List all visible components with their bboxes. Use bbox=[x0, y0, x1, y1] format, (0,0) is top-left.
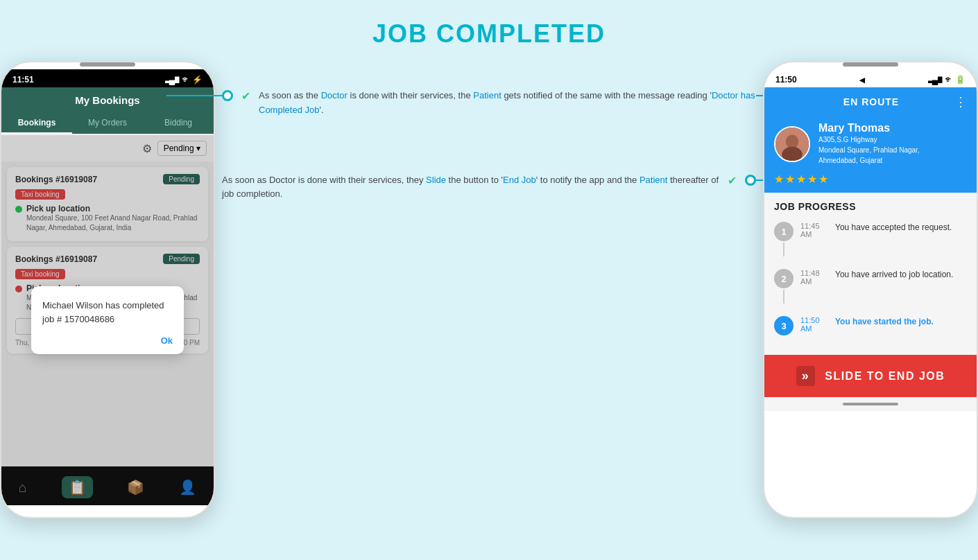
enroute-user-row: Mary Thomas A305,S.G Highway Mondeal Squ… bbox=[764, 116, 977, 168]
highlight-end-job: End Job bbox=[503, 175, 536, 185]
right-status-icons: ▂▄▆ ᯤ 🔋 bbox=[928, 75, 966, 85]
highlight-patient-2: Patient bbox=[640, 175, 667, 185]
step-1-desc: You have accepted the request. bbox=[835, 222, 952, 234]
main-content: 11:51 ▂▄▆ ᯤ ⚡ My Bookings Bookings My Or… bbox=[0, 61, 978, 518]
left-status-bar: 11:51 ▂▄▆ ᯤ ⚡ bbox=[1, 69, 214, 87]
slide-label: SLIDE TO END JOB bbox=[825, 370, 945, 383]
annotations: ✔ As soon as the Doctor is done with the… bbox=[215, 89, 763, 202]
star-5: ★ bbox=[818, 173, 828, 186]
annotation-top-check-icon: ✔ bbox=[241, 89, 250, 103]
highlight-patient-1: Patient bbox=[473, 90, 501, 100]
enroute-user-name: Mary Thomas bbox=[818, 122, 920, 134]
left-tabs: Bookings My Orders Bidding bbox=[1, 112, 214, 135]
annotation-top-text: As soon as the Doctor is done with their… bbox=[259, 89, 756, 118]
svg-point-2 bbox=[782, 146, 803, 161]
step-col-1: 1 bbox=[774, 222, 793, 258]
step-2-suffix: AM bbox=[800, 277, 828, 286]
enroute-user-address-3: Ahmedabad, Gujarat bbox=[818, 155, 920, 166]
star-4: ★ bbox=[807, 173, 817, 186]
step-2-desc: You have arrived to job location. bbox=[835, 269, 953, 281]
progress-step-1: 1 11:45 AM You have accepted the request… bbox=[774, 222, 967, 258]
svg-point-1 bbox=[786, 134, 798, 148]
step-3-time: 11:50 bbox=[800, 316, 828, 324]
star-3: ★ bbox=[796, 173, 806, 186]
tab-bidding[interactable]: Bidding bbox=[143, 112, 214, 134]
annotation-top-dot bbox=[222, 90, 233, 101]
left-app-header: My Bookings bbox=[1, 87, 214, 112]
avatar-image bbox=[775, 128, 809, 161]
left-time: 11:51 bbox=[12, 75, 34, 85]
right-bottom-pill bbox=[764, 397, 977, 411]
step-circle-1: 1 bbox=[774, 222, 793, 241]
progress-step-3: 3 11:50 AM You have started the job. bbox=[774, 316, 967, 335]
enroute-header: EN ROUTE ⋮ bbox=[764, 87, 977, 116]
step-line-2 bbox=[783, 290, 784, 304]
annotation-bottom: As soon as Doctor is done with their ser… bbox=[222, 173, 756, 202]
dialog-box: Michael Wilson has completed job # 15700… bbox=[31, 286, 184, 354]
highlight-doctor-1: Doctor bbox=[321, 90, 348, 100]
left-phone-notch bbox=[80, 62, 135, 67]
enroute-user-address-1: A305,S.G Highway bbox=[818, 134, 920, 145]
step-3-suffix: AM bbox=[800, 324, 828, 333]
star-1: ★ bbox=[774, 173, 784, 186]
step-1-time: 11:45 bbox=[800, 222, 828, 230]
dialog-ok-button[interactable]: Ok bbox=[42, 335, 173, 346]
annotation-bottom-text: As soon as Doctor is done with their ser… bbox=[222, 173, 719, 202]
step-3-desc: You have started the job. bbox=[835, 316, 934, 328]
page-title: JOB COMPLETED bbox=[372, 19, 606, 49]
annotation-top-line-left bbox=[166, 95, 222, 96]
avatar-svg bbox=[775, 126, 809, 162]
dialog-overlay: Michael Wilson has completed job # 15700… bbox=[1, 135, 214, 505]
annotation-bottom-check-icon: ✔ bbox=[728, 174, 737, 187]
step-3-time-block: 11:50 AM bbox=[800, 316, 828, 333]
stars-row: ★ ★ ★ ★ ★ bbox=[764, 168, 977, 193]
step-col-3: 3 bbox=[774, 316, 793, 335]
step-circle-2: 2 bbox=[774, 269, 793, 288]
slide-to-end-job-button[interactable]: » SLIDE TO END JOB bbox=[764, 355, 977, 397]
enroute-user-address-2: Mondeal Square, Prahlad Nagar, bbox=[818, 145, 920, 155]
step-col-2: 2 bbox=[774, 269, 793, 305]
step-circle-3: 3 bbox=[774, 316, 793, 335]
step-line-1 bbox=[783, 243, 784, 256]
right-status-bar: 11:50 ◀ ▂▄▆ ᯤ 🔋 bbox=[764, 69, 977, 87]
tab-bookings[interactable]: Bookings bbox=[1, 112, 72, 134]
step-1-suffix: AM bbox=[800, 230, 828, 238]
job-progress-title: JOB PROGRESS bbox=[774, 201, 967, 212]
annotation-top: ✔ As soon as the Doctor is done with the… bbox=[222, 89, 756, 118]
step-2-time: 11:48 bbox=[800, 269, 828, 277]
dialog-message: Michael Wilson has completed job # 15700… bbox=[42, 299, 173, 326]
enroute-menu-button[interactable]: ⋮ bbox=[954, 94, 967, 110]
highlight-slide: Slide bbox=[426, 175, 446, 185]
job-progress-section: JOB PROGRESS 1 11:45 AM You have accepte… bbox=[764, 193, 977, 355]
left-body: ⚙ Pending ▾ Bookings #16919087 Pending T… bbox=[1, 135, 214, 505]
left-phone: 11:51 ▂▄▆ ᯤ ⚡ My Bookings Bookings My Or… bbox=[0, 61, 215, 518]
annotation-bottom-dot bbox=[745, 175, 756, 186]
left-status-icons: ▂▄▆ ᯤ ⚡ bbox=[165, 75, 203, 85]
slide-arrows-icon: » bbox=[796, 366, 816, 386]
tab-my-orders[interactable]: My Orders bbox=[72, 112, 143, 134]
step-2-time-block: 11:48 AM bbox=[800, 269, 828, 286]
right-phone: 11:50 ◀ ▂▄▆ ᯤ 🔋 EN ROUTE ⋮ bbox=[763, 61, 978, 518]
step-1-time-block: 11:45 AM bbox=[800, 222, 828, 238]
right-phone-notch bbox=[843, 62, 898, 67]
enroute-user-info: Mary Thomas A305,S.G Highway Mondeal Squ… bbox=[818, 122, 920, 166]
left-header-title: My Bookings bbox=[75, 94, 139, 106]
enroute-avatar bbox=[774, 126, 810, 162]
progress-step-2: 2 11:48 AM You have arrived to job locat… bbox=[774, 269, 967, 305]
bottom-pill-indicator bbox=[843, 403, 898, 405]
right-location-icon: ◀ bbox=[859, 76, 865, 84]
star-2: ★ bbox=[785, 173, 795, 186]
right-time: 11:50 bbox=[775, 75, 797, 85]
enroute-title: EN ROUTE bbox=[788, 96, 954, 107]
